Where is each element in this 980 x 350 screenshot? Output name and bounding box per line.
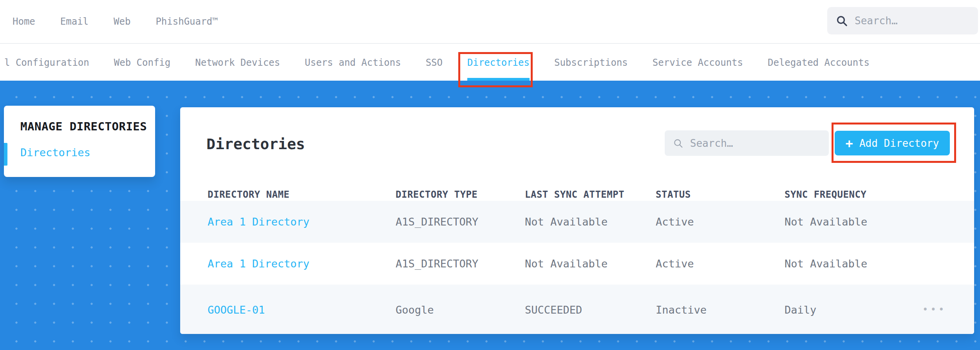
nav-item-email[interactable]: Email [60, 16, 89, 27]
table-header-row: DIRECTORY NAME DIRECTORY TYPE LAST SYNC … [180, 188, 974, 201]
app-window: Home Email Web PhishGuard™ l Configurati… [0, 0, 980, 350]
nav-item-home[interactable]: Home [13, 16, 35, 27]
add-directory-button[interactable]: + Add Directory [835, 131, 950, 155]
more-horizontal-icon[interactable]: ••• [922, 305, 946, 314]
tab-directories-label: Directories [467, 57, 530, 68]
last-sync-attempt-cell: SUCCEEDED [525, 304, 656, 316]
global-search-input[interactable] [855, 15, 969, 27]
tab-web-config[interactable]: Web Config [114, 45, 171, 81]
directory-type-cell: A1S_DIRECTORY [396, 216, 525, 228]
table-row: Area 1 Directory A1S_DIRECTORY Not Avail… [180, 201, 974, 243]
sync-frequency-cell: Not Available [785, 258, 922, 270]
status-cell: Inactive [656, 304, 785, 316]
column-header-last-sync-attempt: LAST SYNC ATTEMPT [525, 189, 656, 200]
sidebar-item-directories[interactable]: Directories [20, 146, 90, 159]
directory-name-link[interactable]: Area 1 Directory [208, 216, 396, 228]
tab-email-configuration-partial[interactable]: l Configuration [4, 45, 89, 81]
add-directory-button-label: Add Directory [859, 137, 939, 149]
directory-name-link[interactable]: Area 1 Directory [208, 258, 396, 270]
last-sync-attempt-cell: Not Available [525, 258, 656, 270]
status-cell: Active [656, 216, 785, 228]
tab-service-accounts[interactable]: Service Accounts [653, 45, 743, 81]
manage-directories-title: MANAGE DIRECTORIES [20, 120, 147, 133]
status-cell: Active [656, 258, 785, 270]
sync-frequency-cell: Not Available [785, 216, 922, 228]
tab-directories[interactable]: Directories [467, 45, 530, 81]
nav-item-phishguard[interactable]: PhishGuard™ [155, 16, 218, 27]
directories-search-input[interactable] [690, 137, 820, 149]
last-sync-attempt-cell: Not Available [525, 216, 656, 228]
search-icon [836, 15, 848, 27]
tab-delegated-accounts[interactable]: Delegated Accounts [768, 45, 870, 81]
column-header-directory-type: DIRECTORY TYPE [396, 189, 525, 200]
nav-item-web[interactable]: Web [114, 16, 130, 27]
table-body: Area 1 Directory A1S_DIRECTORY Not Avail… [180, 201, 974, 334]
manage-directories-card: MANAGE DIRECTORIES Directories [4, 106, 155, 177]
directory-type-cell: A1S_DIRECTORY [396, 258, 525, 270]
directories-search-box[interactable] [665, 130, 829, 156]
sync-frequency-cell: Daily [785, 304, 922, 316]
directory-name-link[interactable]: GOOGLE-01 [208, 304, 396, 316]
active-item-indicator-bar [4, 143, 7, 166]
column-header-status: STATUS [656, 189, 785, 200]
table-row: Area 1 Directory A1S_DIRECTORY Not Avail… [180, 243, 974, 285]
directories-panel: Directories + Add Directory DIRECTORY NA… [180, 107, 974, 334]
workspace-background: MANAGE DIRECTORIES Directories Directori… [0, 81, 980, 350]
page-title: Directories [206, 135, 305, 153]
column-header-sync-frequency: SYNC FREQUENCY [785, 189, 922, 200]
active-tab-underline [467, 78, 530, 81]
column-header-directory-name: DIRECTORY NAME [208, 189, 396, 200]
plus-icon: + [846, 137, 853, 150]
tab-subscriptions[interactable]: Subscriptions [554, 45, 628, 81]
tab-network-devices[interactable]: Network Devices [195, 45, 280, 81]
directory-type-cell: Google [396, 304, 525, 316]
tab-sso[interactable]: SSO [426, 45, 443, 81]
table-row: GOOGLE-01 Google SUCCEEDED Inactive Dail… [180, 285, 974, 334]
search-icon [673, 138, 683, 149]
settings-tabbar: l Configuration Web Config Network Devic… [0, 45, 980, 81]
tab-users-and-actions[interactable]: Users and Actions [305, 45, 401, 81]
global-search-box[interactable] [827, 7, 978, 34]
